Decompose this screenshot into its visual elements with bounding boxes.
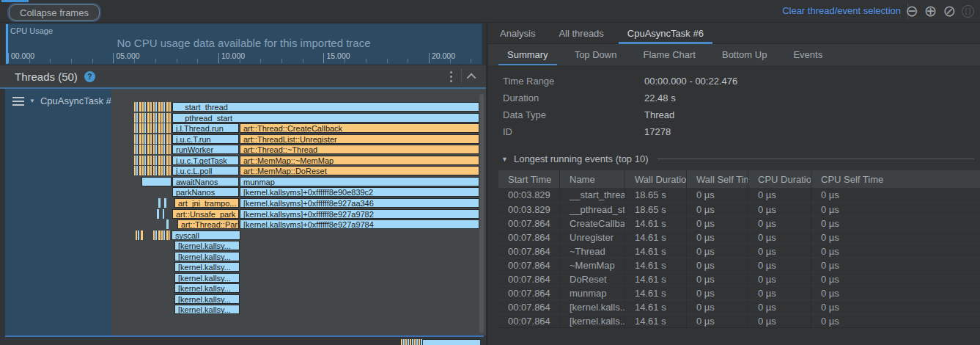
flame-mini-slices[interactable] <box>136 230 144 240</box>
flame-block[interactable]: munmap <box>240 177 479 186</box>
section-collapse-icon[interactable]: ▼ <box>501 156 508 163</box>
flame-mini-slice[interactable] <box>157 209 159 219</box>
zoom-out-icon[interactable]: ⊖ <box>905 2 918 20</box>
table-row[interactable]: 00:07.864~MemMap14.61 s0 µs0 µs0 µs <box>498 258 980 272</box>
flame-mini-slices[interactable] <box>153 113 172 123</box>
flame-mini-slices[interactable] <box>134 113 152 123</box>
flame-mini-slices[interactable] <box>134 134 152 144</box>
subtab-top-down[interactable]: Top Down <box>561 44 630 65</box>
flame-mini-slices[interactable] <box>153 123 172 133</box>
help-icon[interactable]: ? <box>84 71 95 82</box>
table-row[interactable]: 00:07.864munmap14.61 s0 µs0 µs0 µs <box>498 286 980 299</box>
flame-block[interactable]: [kernel.kallsy... <box>174 273 240 283</box>
table-row[interactable]: 00:03.829__start_thread18.65 s0 µs0 µs0 … <box>498 188 980 202</box>
cpu-usage-panel[interactable]: CPU Usage No CPU usage data available fo… <box>5 23 482 65</box>
reset-zoom-icon[interactable]: ⊘ <box>943 2 956 20</box>
flame-mini-slices[interactable] <box>153 134 172 144</box>
selected-thread-label-area[interactable]: ▼ CpuAsyncTask #6 <box>5 89 111 335</box>
flame-mini-slice[interactable] <box>166 219 169 229</box>
flame-mini-slices[interactable] <box>134 102 152 112</box>
subtab-events[interactable]: Events <box>780 44 836 65</box>
subtab-flame-chart[interactable]: Flame Chart <box>630 44 709 65</box>
flame-mini-slices[interactable] <box>134 166 152 175</box>
tab-analysis[interactable]: Analysis <box>488 23 547 44</box>
flame-mini-slices[interactable] <box>134 123 152 133</box>
flame-block[interactable]: j.u.c.T.run <box>172 134 239 144</box>
table-cell: 0 µs <box>748 286 811 299</box>
table-row[interactable]: 00:07.864CreateCallback14.61 s0 µs0 µs0 … <box>498 216 980 230</box>
toolbar: Collapse frames Clear thread/event selec… <box>0 0 980 23</box>
flame-block[interactable]: [kernel.kallsyms]+0xffffff8e927aa346 <box>240 198 479 208</box>
table-header-cell[interactable]: Wall Self Time <box>687 170 748 188</box>
flame-block[interactable]: [kernel.kallsy... <box>174 241 240 250</box>
flame-mini-slice[interactable] <box>163 209 164 219</box>
flame-block[interactable]: art::Thread::~Thread <box>240 145 479 154</box>
flame-block[interactable] <box>141 177 172 186</box>
flame-block[interactable]: [kernel.kallsyms]+0xffffff8e90e839c2 <box>240 187 479 197</box>
flame-block[interactable]: art::Thread::CreateCallback <box>240 123 479 133</box>
subtab-bottom-up[interactable]: Bottom Up <box>709 44 780 65</box>
flame-block[interactable]: [kernel.kallsy... <box>174 262 240 272</box>
ruler-minor-tick <box>29 59 30 63</box>
flame-block[interactable]: [kernel.kallsyms]+0xffffff8e927a9784 <box>240 219 479 229</box>
flame-mini-slices[interactable] <box>153 145 172 154</box>
ruler-tick-label: 20.000 <box>432 51 455 60</box>
clear-thread-event-selection-link[interactable]: Clear thread/event selection <box>782 5 901 16</box>
flame-block[interactable]: art::MemMap::~MemMap <box>240 156 479 165</box>
flame-block[interactable]: __pthread_start <box>172 113 479 123</box>
flame-mini-slices[interactable] <box>153 230 170 240</box>
flame-block[interactable]: syscall <box>172 230 240 240</box>
table-header-cell[interactable]: CPU Self Time <box>811 170 980 188</box>
table-row[interactable]: 00:07.864Unregister14.61 s0 µs0 µs0 µs <box>498 230 980 244</box>
flame-block[interactable]: j.u.c.L.poll <box>172 166 239 175</box>
flame-chart-track[interactable]: __start_thread__pthread_startj.l.Thread.… <box>111 89 486 335</box>
collapse-panel-chevron-icon[interactable] <box>467 73 476 82</box>
tab-cpuasynctask-6[interactable]: CpuAsyncTask #6 <box>616 23 715 44</box>
zoom-in-icon[interactable]: ⊕ <box>924 2 937 20</box>
table-cell: __start_thread <box>560 188 625 202</box>
flame-block[interactable]: art::MemMap::DoReset <box>240 166 479 175</box>
flame-block[interactable]: art::Thread::Park <box>177 219 239 229</box>
flame-mini-slices[interactable] <box>153 102 172 112</box>
table-header-cell[interactable]: Start Time <box>498 170 560 188</box>
table-row[interactable]: 00:07.864[kernel.kalls...14.61 s0 µs0 µs… <box>498 299 980 313</box>
zoom-to-selection-icon[interactable]: [ ] <box>962 5 974 18</box>
flame-block[interactable]: [kernel.kallsy... <box>174 252 240 261</box>
table-row[interactable]: 00:07.864DoReset14.61 s0 µs0 µs0 µs <box>498 272 980 286</box>
flame-mini-slices[interactable] <box>153 166 172 175</box>
flame-block[interactable]: [kernel.kallsy... <box>174 294 240 304</box>
flame-block[interactable]: awaitNanos <box>172 177 239 186</box>
subtab-summary[interactable]: Summary <box>494 44 561 65</box>
flame-block[interactable]: parkNanos <box>172 187 239 197</box>
flame-block[interactable]: [kernel.kallsy... <box>174 305 240 314</box>
table-row[interactable]: 00:07.864[kernel.kalls...14.61 s0 µs0 µs… <box>498 313 980 327</box>
flame-block[interactable]: art::ThreadList::Unregister <box>240 134 479 144</box>
flame-block[interactable]: j.u.c.T.getTask <box>172 156 239 165</box>
drag-handle-icon[interactable] <box>12 97 24 106</box>
flame-block[interactable]: runWorker <box>172 145 239 154</box>
flame-block[interactable]: [kernel.kallsy... <box>174 283 240 293</box>
thread-expand-icon[interactable]: ▼ <box>29 98 35 104</box>
flame-block[interactable]: j.l.Thread.run <box>172 123 239 133</box>
tab-all-threads[interactable]: All threads <box>547 23 615 44</box>
flame-mini-slices[interactable] <box>153 156 172 165</box>
table-row[interactable]: 00:07.864~Thread14.61 s0 µs0 µs0 µs <box>498 244 980 258</box>
flame-row: __start_thread <box>111 102 486 112</box>
table-header-cell[interactable]: CPU Duration <box>748 170 811 188</box>
kebab-menu-icon[interactable] <box>449 70 454 84</box>
flame-block[interactable]: __start_thread <box>172 102 479 112</box>
table-header-cell[interactable]: Wall Duration <box>625 170 687 188</box>
table-cell: ~MemMap <box>560 258 625 272</box>
flame-block[interactable]: art_jni_trampo... <box>174 198 239 208</box>
flame-block[interactable]: art::Unsafe_park <box>172 209 239 219</box>
flame-mini-slices[interactable] <box>134 145 152 154</box>
collapse-frames-button[interactable]: Collapse frames <box>9 4 100 21</box>
table-row[interactable]: 00:03.829__pthread_st...18.65 s0 µs0 µs0… <box>498 202 980 216</box>
flame-mini-slices[interactable] <box>134 156 152 165</box>
table-header-cell[interactable]: Name <box>560 170 625 188</box>
flame-block[interactable]: [kernel.kallsyms]+0xffffff8e927a9782 <box>240 209 479 219</box>
time-ruler[interactable]: 00.00005.00010.00015.00020.000 <box>6 51 482 64</box>
threads-scrollbar-thumb[interactable] <box>479 94 484 333</box>
flame-mini-slice[interactable] <box>164 198 166 208</box>
flame-mini-slice[interactable] <box>158 198 161 208</box>
